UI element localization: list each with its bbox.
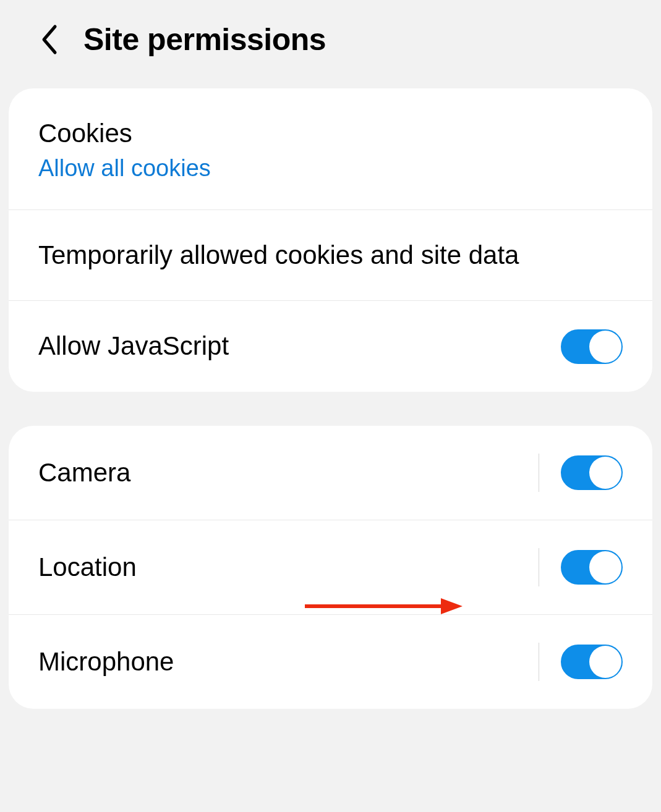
location-title: Location (38, 550, 539, 585)
row-text: Cookies Allow all cookies (38, 116, 623, 182)
vertical-divider (539, 548, 539, 586)
location-toggle[interactable] (561, 550, 623, 585)
settings-group-1: Cookies Allow all cookies Temporarily al… (9, 88, 652, 392)
microphone-row[interactable]: Microphone (9, 615, 652, 709)
microphone-toggle[interactable] (561, 645, 623, 679)
row-text: Location (38, 550, 539, 585)
page-title: Site permissions (83, 22, 326, 57)
javascript-row[interactable]: Allow JavaScript (9, 301, 652, 392)
location-row[interactable]: Location (9, 520, 652, 615)
row-text: Camera (38, 455, 539, 491)
row-controls (539, 643, 623, 681)
temp-cookies-row[interactable]: Temporarily allowed cookies and site dat… (9, 210, 652, 302)
settings-group-2: Camera Location Microphone (9, 426, 652, 709)
vertical-divider (539, 643, 539, 681)
row-text: Microphone (38, 645, 539, 680)
toggle-knob (589, 331, 621, 363)
cookies-subtitle: Allow all cookies (38, 155, 623, 182)
row-controls (561, 329, 623, 364)
javascript-title: Allow JavaScript (38, 329, 561, 364)
microphone-title: Microphone (38, 645, 539, 680)
row-text: Temporarily allowed cookies and site dat… (38, 238, 623, 273)
javascript-toggle[interactable] (561, 329, 623, 364)
camera-row[interactable]: Camera (9, 426, 652, 520)
toggle-knob (589, 646, 621, 678)
camera-title: Camera (38, 455, 539, 491)
camera-toggle[interactable] (561, 455, 623, 490)
row-controls (539, 454, 623, 492)
toggle-knob (589, 457, 621, 489)
page-header: Site permissions (0, 0, 661, 88)
toggle-knob (589, 551, 621, 583)
row-controls (539, 548, 623, 586)
cookies-title: Cookies (38, 116, 623, 151)
temp-cookies-title: Temporarily allowed cookies and site dat… (38, 238, 623, 273)
row-text: Allow JavaScript (38, 329, 561, 364)
cookies-row[interactable]: Cookies Allow all cookies (9, 88, 652, 210)
vertical-divider (539, 454, 539, 492)
back-icon[interactable] (40, 24, 59, 55)
